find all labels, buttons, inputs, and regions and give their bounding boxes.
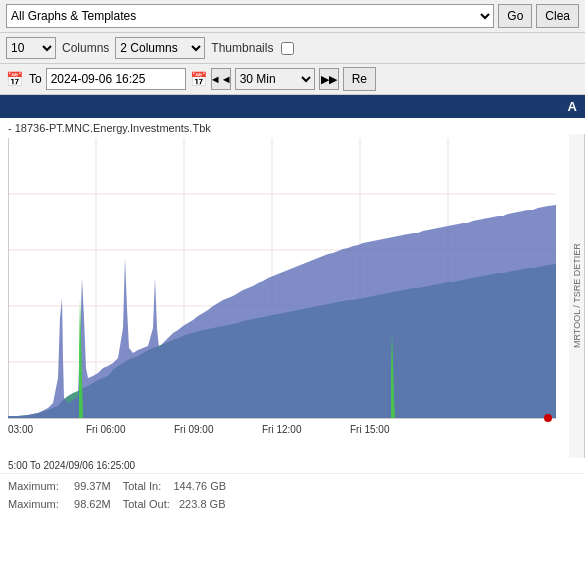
thumbnails-checkbox[interactable] — [281, 42, 294, 55]
date-range: 5:00 To 2024/09/06 16:25:00 — [0, 458, 585, 473]
x-label-1: 03:00 — [8, 424, 33, 435]
banner-title: A — [568, 99, 577, 114]
top-bar: All Graphs & Templates Go Clea — [0, 0, 585, 33]
side-label: MRTOOL / TSRE DETIER — [569, 134, 585, 458]
stats-row-in: Maximum: 99.37M Total In: 144.76 GB — [8, 478, 577, 496]
x-label-2: Fri 06:00 — [86, 424, 126, 435]
x-label-4: Fri 12:00 — [262, 424, 302, 435]
third-bar: 📅 To 2024-09-06 16:25 📅 ◄◄ 30 Min 5 Min … — [0, 64, 585, 95]
chart-stats: Maximum: 99.37M Total In: 144.76 GB Maxi… — [0, 473, 585, 517]
prev-button[interactable]: ◄◄ — [211, 68, 231, 90]
reload-button[interactable]: Re — [343, 67, 376, 91]
to-date-input[interactable]: 2024-09-06 16:25 — [46, 68, 186, 90]
thumbnails-label: Thumbnails — [211, 41, 273, 55]
stat-out-total-value: 223.8 GB — [179, 498, 225, 510]
stat-in-total-label: Total In: — [123, 480, 171, 492]
stats-row-out: Maximum: 98.62M Total Out: 223.8 GB — [8, 496, 577, 514]
columns-label: Columns — [62, 41, 109, 55]
x-label-5: Fri 15:00 — [350, 424, 390, 435]
chart-svg-area: 03:00 Fri 06:00 Fri 09:00 Fri 12:00 Fri … — [0, 134, 585, 458]
chart-title: - 18736-PT.MNC.Energy.Investments.Tbk — [8, 122, 211, 134]
interval-select[interactable]: 30 Min 5 Min 15 Min 1 Hour — [235, 68, 315, 90]
go-button[interactable]: Go — [498, 4, 532, 28]
to-cal-icon[interactable]: 📅 — [190, 71, 207, 87]
second-bar: 10 Columns 2 Columns 1 Column 3 Columns … — [0, 33, 585, 64]
chart-title-bar: - 18736-PT.MNC.Energy.Investments.Tbk — [0, 118, 585, 134]
stat-out-value: 98.62M — [74, 498, 123, 510]
rows-select[interactable]: 10 — [6, 37, 56, 59]
end-marker — [544, 414, 552, 422]
stat-out-total-label: Total Out: — [123, 498, 176, 510]
columns-select[interactable]: 2 Columns 1 Column 3 Columns — [115, 37, 205, 59]
chart-wrapper: 03:00 Fri 06:00 Fri 09:00 Fri 12:00 Fri … — [0, 134, 585, 458]
chart-area-in — [8, 205, 556, 418]
x-label-3: Fri 09:00 — [174, 424, 214, 435]
to-label: To — [29, 72, 42, 86]
blue-banner: A — [0, 95, 585, 118]
stat-in-type: Maximum: — [8, 480, 74, 492]
next-button[interactable]: ▶▶ — [319, 68, 339, 90]
stat-in-total-value: 144.76 GB — [174, 480, 227, 492]
clear-button[interactable]: Clea — [536, 4, 579, 28]
stat-out-type: Maximum: — [8, 498, 74, 510]
chart-container: - 18736-PT.MNC.Energy.Investments.Tbk — [0, 118, 585, 517]
stat-in-value: 99.37M — [74, 480, 123, 492]
chart-svg: 03:00 Fri 06:00 Fri 09:00 Fri 12:00 Fri … — [8, 138, 556, 458]
graph-template-dropdown[interactable]: All Graphs & Templates — [6, 4, 494, 28]
from-date-icon[interactable]: 📅 — [6, 71, 23, 87]
